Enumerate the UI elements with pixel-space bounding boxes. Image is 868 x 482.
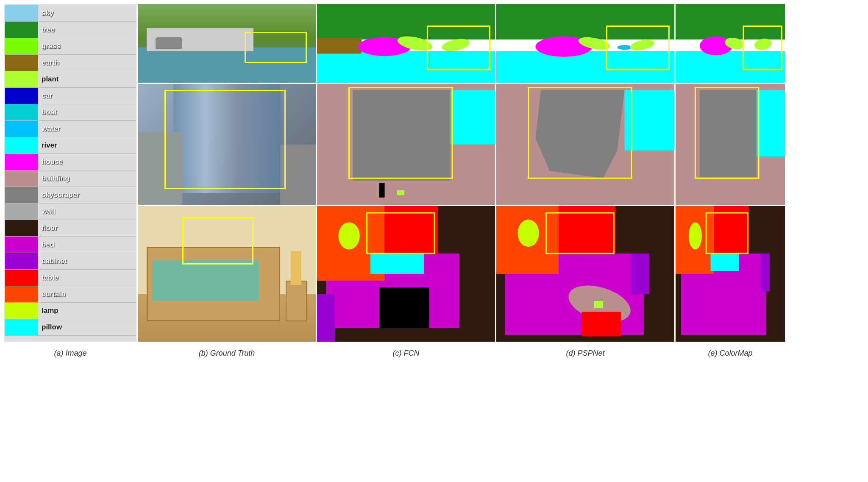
colormap-item-river: river [5, 137, 136, 154]
colormap-label-table: table [38, 273, 58, 282]
colormap-swatch-sky [5, 5, 38, 21]
colormap-swatch-cabinet [5, 253, 38, 269]
colormap-label-water: water [38, 125, 60, 133]
colormap-item-curtain: curtain [5, 286, 136, 303]
caption-gt: (b) Ground Truth [138, 349, 316, 358]
colormap-item-car: car [5, 88, 136, 104]
bedroom-gt [317, 206, 495, 342]
colormap-label-grass: grass [38, 42, 61, 50]
colormap-swatch-car [5, 88, 38, 104]
colormap-legend: skytreegrassearthplantcarboatwaterriverh… [4, 4, 136, 342]
colormap-swatch-wall [5, 203, 38, 220]
colormap-item-earth: earth [5, 55, 136, 71]
caption-colormap: (e) ColorMap [676, 349, 785, 358]
colormap-label-skyscraper: skyscraper [38, 191, 80, 199]
colormap-swatch-house [5, 154, 38, 170]
colormap-label-earth: earth [38, 59, 59, 67]
colormap-item-building: building [5, 170, 136, 187]
bedroom-photo [138, 206, 316, 342]
colormap-swatch-curtain [5, 286, 38, 302]
colormap-item-cabinet: cabinet [5, 253, 136, 270]
colormap-label-car: car [38, 92, 53, 100]
bedroom-fcn [496, 206, 674, 342]
caption-image: (a) Image [4, 349, 136, 358]
colormap-label-plant: plant [38, 75, 59, 84]
boat-fcn [496, 4, 674, 83]
colormap-swatch-grass [5, 38, 38, 54]
colormap-swatch-lamp [5, 303, 38, 319]
boat-pspnet [676, 4, 785, 83]
colormap-item-lamp: lamp [5, 303, 136, 319]
boat-photo [138, 4, 316, 83]
colormap-label-pillow: pillow [38, 323, 62, 332]
colormap-label-wall: wall [38, 207, 55, 216]
colormap-label-tree: tree [38, 25, 55, 34]
colormap-item-sky: sky [5, 5, 136, 22]
colormap-item-water: water [5, 121, 136, 137]
colormap-label-boat: boat [38, 108, 57, 117]
colormap-item-grass: grass [5, 38, 136, 55]
colormap-item-bed: bed [5, 237, 136, 253]
colormap-swatch-earth [5, 55, 38, 71]
colormap-swatch-pillow [5, 319, 38, 335]
colormap-label-cabinet: cabinet [38, 257, 67, 265]
colormap-label-house: house [38, 158, 63, 166]
building-photo [138, 84, 316, 205]
caption-pspnet: (d) PSPNet [496, 349, 674, 358]
colormap-swatch-river [5, 137, 38, 153]
colormap-item-floor: floor [5, 220, 136, 237]
caption-fcn: (c) FCN [317, 349, 495, 358]
colormap-swatch-floor [5, 220, 38, 236]
colormap-swatch-building [5, 170, 38, 187]
colormap-label-sky: sky [38, 9, 53, 17]
boat-gt [317, 4, 495, 83]
colormap-item-skyscraper: skyscraper [5, 187, 136, 203]
colormap-swatch-boat [5, 104, 38, 120]
colormap-swatch-table [5, 270, 38, 286]
colormap-label-river: river [38, 141, 57, 150]
colormap-label-lamp: lamp [38, 306, 58, 315]
colormap-item-tree: tree [5, 22, 136, 38]
colormap-label-bed: bed [38, 240, 54, 249]
colormap-item-plant: plant [5, 71, 136, 88]
colormap-swatch-bed [5, 237, 38, 253]
colormap-item-boat: boat [5, 104, 136, 121]
building-fcn [496, 84, 674, 205]
colormap-label-floor: floor [38, 224, 58, 232]
colormap-swatch-plant [5, 71, 38, 87]
colormap-label-building: building [38, 174, 70, 183]
bedroom-pspnet [676, 206, 785, 342]
colormap-swatch-skyscraper [5, 187, 38, 203]
colormap-item-house: house [5, 154, 136, 170]
colormap-item-pillow: pillow [5, 319, 136, 336]
building-pspnet [676, 84, 785, 205]
building-gt [317, 84, 495, 205]
colormap-label-curtain: curtain [38, 290, 66, 298]
colormap-swatch-tree [5, 22, 38, 38]
colormap-item-wall: wall [5, 203, 136, 220]
main-container: skytreegrassearthplantcarboatwaterriverh… [0, 0, 868, 482]
colormap-item-table: table [5, 270, 136, 286]
colormap-swatch-water [5, 121, 38, 137]
